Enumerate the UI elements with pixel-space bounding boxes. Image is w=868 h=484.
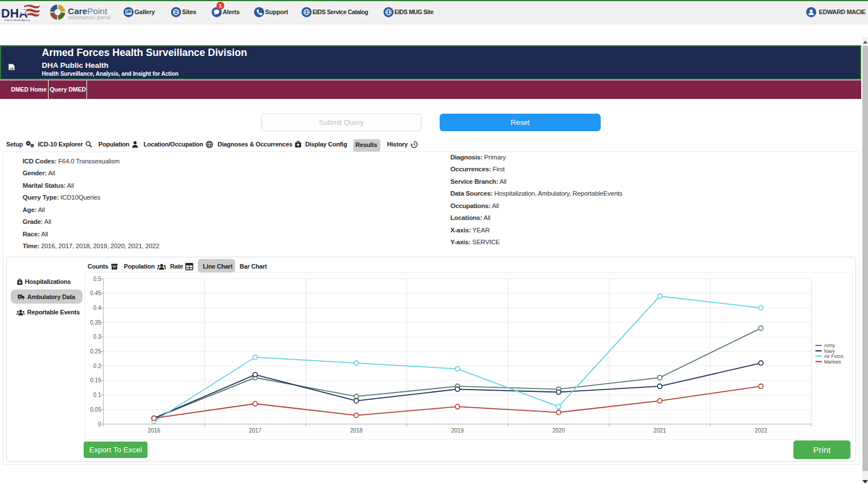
svg-text:0.4: 0.4	[93, 305, 101, 311]
svg-text:2016: 2016	[147, 427, 160, 434]
svg-text:0.2: 0.2	[93, 363, 101, 369]
svg-text:CarePoint: CarePoint	[68, 6, 107, 16]
svg-text:0.45: 0.45	[90, 290, 102, 296]
svg-text:Defense Health Agency: Defense Health Agency	[4, 19, 31, 21]
svg-text:0.25: 0.25	[90, 348, 102, 355]
svg-text:2022: 2022	[754, 427, 767, 434]
svg-text:0.15: 0.15	[90, 377, 102, 383]
svg-text:2019: 2019	[451, 427, 464, 434]
svg-text:information portal: information portal	[68, 15, 111, 20]
svg-text:Army: Army	[824, 343, 836, 348]
svg-text:0.35: 0.35	[90, 319, 102, 326]
svg-text:0.5: 0.5	[93, 276, 101, 282]
svg-text:2021: 2021	[653, 427, 666, 434]
svg-text:2020: 2020	[552, 427, 565, 434]
svg-text:0.05: 0.05	[90, 407, 102, 413]
svg-text:Navy: Navy	[824, 348, 835, 354]
svg-text:Air Force: Air Force	[824, 353, 844, 359]
svg-text:0: 0	[98, 421, 101, 427]
svg-text:0.1: 0.1	[93, 392, 101, 398]
svg-text:0.3: 0.3	[93, 334, 101, 340]
svg-text:2017: 2017	[249, 427, 262, 434]
svg-text:2018: 2018	[350, 427, 363, 434]
svg-text:Marines: Marines	[824, 359, 841, 365]
